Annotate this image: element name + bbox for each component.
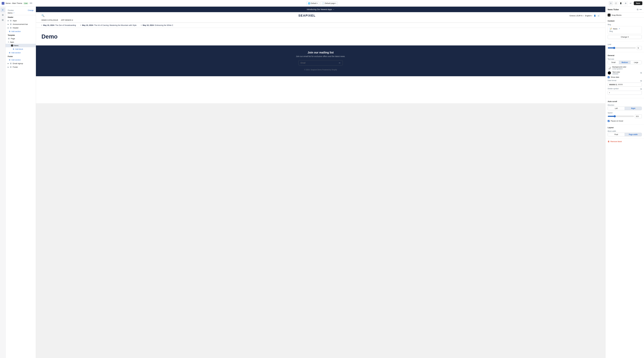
remove-block-btn[interactable]: 🗑 Remove block <box>606 139 644 144</box>
settings-icon-btn[interactable]: ⚙ <box>0 13 5 17</box>
ticker-dot-1: • <box>42 24 42 26</box>
mobile-view-btn[interactable]: 📱 <box>619 2 623 5</box>
default-page-select[interactable]: 📄 Default page ▾ <box>320 2 338 5</box>
footer-submit-btn[interactable]: → <box>336 60 342 65</box>
limit-slider[interactable] <box>608 47 636 49</box>
header-add-section-btn[interactable]: ⊕ Add section <box>6 30 36 33</box>
rs-limit-label: Limit <box>608 44 642 46</box>
sidebar-apps-collapse[interactable]: ▼ Apps <box>6 40 36 44</box>
sidebar-item-header[interactable]: ▶ ⊞ Header <box>6 26 36 30</box>
date-format-input-wrapper <box>608 82 642 86</box>
tablet-view-btn[interactable]: ⬜ <box>614 2 618 5</box>
header-chevron: ▶ <box>8 27 9 28</box>
rs-layout-title: Layout <box>608 126 642 128</box>
ticker-content: • May 10, 2024: The Zen of Snowboarding … <box>42 24 173 26</box>
footer-add-section-btn[interactable]: ⊕ Add section <box>6 58 36 62</box>
announcement-chevron: ▶ <box>8 24 9 25</box>
footer-item-chevron: ▶ <box>8 66 9 68</box>
topbar: Sense - Main Theme Live ••• 🌐 Default ▾ … <box>0 0 644 7</box>
limit-value-input[interactable] <box>637 46 642 50</box>
show-date-checkbox[interactable] <box>608 76 610 78</box>
text-size-medium-btn[interactable]: Medium <box>619 61 630 64</box>
rs-title: News Ticker <box>608 8 619 11</box>
block-width-page-btn[interactable]: Page width <box>625 133 642 136</box>
header-section-label: Header <box>6 15 36 19</box>
template-add-section-btn[interactable]: ⊕ Add section <box>6 51 36 54</box>
speed-slider[interactable] <box>608 115 634 118</box>
external-link-icon[interactable]: ↗ <box>13 12 14 14</box>
sidebar-item-page[interactable]: ⊞ Page <box>6 37 36 40</box>
undo-button[interactable]: ↩ <box>629 2 633 5</box>
text-size-small-btn[interactable]: Small <box>608 61 619 64</box>
news-app-icon: A <box>11 44 13 46</box>
rs-header: News Ticker ⧉ ••• <box>606 7 644 12</box>
speed-row <box>608 114 642 118</box>
text-color-swatch[interactable] <box>608 71 611 74</box>
sidebar-item-email-signup[interactable]: ▶ ⊞ Email signup <box>6 62 36 65</box>
divider-symbol-input[interactable] <box>609 92 640 94</box>
footer: Join our mailing list Join our email lis… <box>36 46 605 76</box>
footer-title: Join our mailing list <box>42 51 600 54</box>
divider-symbol-label: Divider symbol <box>608 88 618 90</box>
nav-demo-catalogue[interactable]: DEMO CATALOGUE <box>42 19 58 21</box>
default-left-select[interactable]: 🌐 Default ▾ <box>306 2 319 5</box>
bg-color-sub: Linear gradient <box>612 68 642 70</box>
ticker-item-3: • May 10, 2024: Embracing the White C <box>141 24 173 26</box>
announcement-icon: ⊞ <box>10 23 12 25</box>
date-format-label: Date format <box>608 80 616 82</box>
footer-section-label: Footer <box>6 54 36 58</box>
ticker-dot-2: • <box>80 24 81 26</box>
ticker-item-2: • May 10, 2024: The Art of Carving: Mast… <box>80 24 136 26</box>
show-date-row: Show date <box>608 76 642 78</box>
direction-right-btn[interactable]: Right <box>625 107 642 110</box>
blog-change-btn[interactable]: Change ▾ <box>608 35 642 39</box>
date-format-input[interactable] <box>609 84 640 86</box>
preview-page: Introducing Our Newest Apps → 🔍 SEAPIXEL… <box>36 7 605 103</box>
pause-on-hover-checkbox[interactable] <box>608 120 610 122</box>
topbar-right: ⊟ ⬜ 📱 ⊞ ↩ Save <box>339 2 642 5</box>
text-color-copy-icon[interactable]: ⧉ <box>640 72 642 74</box>
theme-title: Sense - Main Theme <box>6 2 22 4</box>
news-ticker: • May 10, 2024: The Zen of Snowboarding … <box>36 23 605 28</box>
rs-provider-name: Snap Blocks <box>612 14 622 16</box>
block-width-fluid-btn[interactable]: Fluid <box>608 133 625 136</box>
lang-selector[interactable]: English ▾ <box>585 15 592 17</box>
footer-sub: Join our email list for exclusive offers… <box>42 55 600 58</box>
sidebar-item-apps-header[interactable]: ▶ ⊞ Apps ✏ <box>6 19 36 22</box>
add-block-plus-icon: ⊕ <box>13 48 14 50</box>
news-add-block-btn[interactable]: ⊕ Add block <box>6 47 36 51</box>
date-format-section: Date format ⧉ <box>608 80 642 86</box>
desktop-view-btn[interactable]: ⊟ <box>609 2 613 5</box>
search-icon[interactable]: 🔍 <box>42 14 44 17</box>
region-selector[interactable]: Greece | EUR € ▾ <box>570 15 583 17</box>
rs-general-section: General Text size Small Medium Large Bac… <box>606 52 644 98</box>
direction-left-btn[interactable]: Left <box>608 107 625 110</box>
rs-more-icon[interactable]: ••• <box>640 8 642 11</box>
nav-app-demos[interactable]: APP DEMOS ▾ <box>61 19 73 21</box>
cart-icon[interactable]: 🛒 <box>598 15 600 17</box>
speed-value-input[interactable] <box>635 114 642 118</box>
divider-symbol-section: Divider symbol ⧉ <box>608 88 642 95</box>
text-size-large-btn[interactable]: Large <box>630 61 642 64</box>
account-icon[interactable]: 👤 <box>594 15 596 17</box>
date-format-copy-icon[interactable]: ⧉ <box>640 80 642 82</box>
header-nav: DEMO CATALOGUE APP DEMOS ▾ <box>36 19 605 22</box>
save-button[interactable]: Save <box>634 2 642 5</box>
apps-icon-btn[interactable]: ⊞ <box>0 18 5 22</box>
sidebar-item-footer[interactable]: ▶ ⊞ Footer <box>6 65 36 69</box>
topbar-center: 🌐 Default ▾ 📄 Default page ▾ <box>306 2 338 5</box>
bg-color-swatch[interactable] <box>608 66 611 70</box>
sidebar-content: Preview Change Demo ↗ Header ▶ ⊞ Apps ✏ … <box>6 7 36 358</box>
preview-change-btn[interactable]: Change <box>28 10 34 11</box>
live-badge: Live <box>23 2 28 4</box>
blog-card-external-link-icon[interactable]: ↗ <box>618 28 620 30</box>
rs-copy-icon[interactable]: ⧉ <box>637 8 638 11</box>
footer-email-input[interactable] <box>299 60 336 65</box>
block-width-label: Block width <box>608 130 642 132</box>
divider-symbol-copy-icon[interactable]: ⧉ <box>640 88 642 90</box>
sections-icon-btn[interactable]: ≡ <box>0 8 5 12</box>
topbar-more-options[interactable]: ••• <box>30 2 32 5</box>
sidebar-item-announcement-bar[interactable]: ▶ ⊞ Announcement bar <box>6 22 36 26</box>
split-view-btn[interactable]: ⊞ <box>624 2 628 5</box>
sidebar-item-news[interactable]: A News <box>6 44 36 47</box>
